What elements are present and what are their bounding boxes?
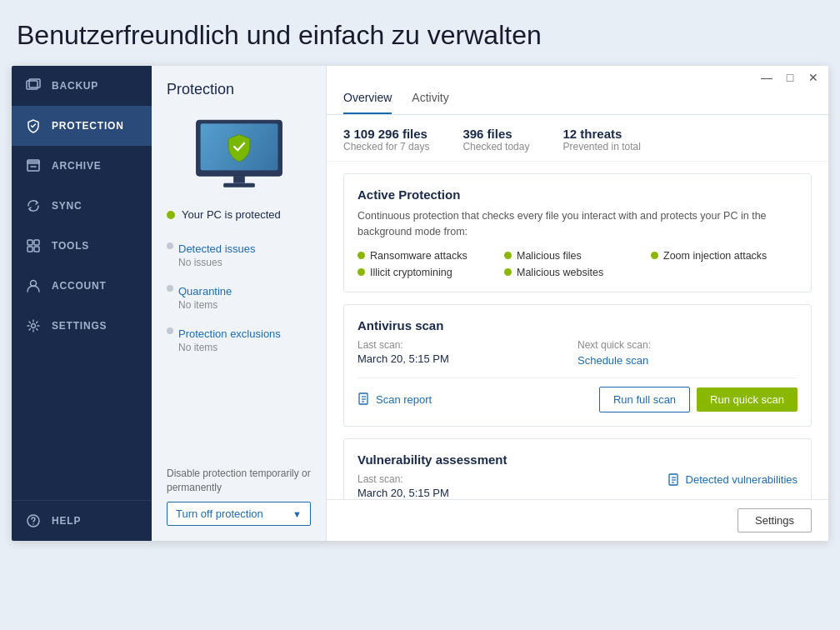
next-scan-info: Next quick scan: Schedule scan	[578, 339, 798, 368]
settings-button[interactable]: Settings	[738, 508, 812, 532]
scan-details-row: Last scan: March 20, 5:15 PM Next quick …	[358, 339, 798, 368]
minimize-button[interactable]: —	[760, 71, 773, 84]
antivirus-scan-card: Antivirus scan Last scan: March 20, 5:15…	[343, 304, 812, 427]
protection-panel-title: Protection	[152, 66, 326, 108]
sync-icon	[25, 198, 42, 214]
svg-rect-16	[233, 176, 245, 183]
feature-label-malicious-files: Malicious files	[517, 250, 582, 262]
svg-rect-8	[34, 247, 39, 252]
quarantine-value: No items	[178, 299, 232, 311]
scan-report-link[interactable]: Scan report	[358, 392, 592, 406]
sidebar-label-protection: PROTECTION	[52, 120, 124, 132]
stat-files-7days: 3 109 296 files Checked for 7 days	[343, 127, 429, 152]
stat-files-7days-value: 3 109 296 files	[343, 127, 429, 141]
close-button[interactable]: ✕	[807, 71, 820, 84]
vuln-last-scan-info: Last scan: March 20, 5:15 PM	[358, 473, 668, 499]
app-window: BACKUP PROTECTION ARCHIVE	[12, 66, 828, 541]
stat-files-today-value: 396 files	[462, 127, 529, 141]
monitor-illustration	[152, 108, 326, 203]
svg-point-12	[32, 523, 34, 525]
turn-off-chevron-icon: ▼	[292, 509, 302, 519]
feature-ransomware: Ransomware attacks	[358, 250, 504, 262]
vulnerability-details-row: Last scan: March 20, 5:15 PM D	[358, 473, 798, 499]
scan-report-text: Scan report	[376, 393, 432, 406]
detected-issues-row: Detected issues No issues	[167, 242, 311, 277]
active-protection-card: Active Protection Continuous protection …	[343, 173, 812, 292]
exclusions-content: Protection exclusions No items	[178, 328, 281, 362]
detected-issues-link[interactable]: Detected issues	[178, 242, 256, 255]
schedule-scan-link[interactable]: Schedule scan	[578, 354, 648, 367]
feature-dot-ransomware	[358, 252, 365, 259]
tab-activity[interactable]: Activity	[412, 84, 448, 114]
svg-rect-7	[28, 247, 32, 252]
feature-label-cryptomining: Illicit cryptomining	[370, 267, 452, 278]
last-scan-value: March 20, 5:15 PM	[358, 352, 578, 365]
sidebar-label-archive: ARCHIVE	[52, 160, 102, 172]
maximize-button[interactable]: □	[783, 71, 797, 84]
status-text: Your PC is protected	[182, 208, 281, 221]
backup-icon	[25, 78, 42, 94]
feature-label-malicious-websites: Malicious websites	[517, 267, 603, 278]
scan-report-icon	[358, 392, 371, 406]
turn-off-protection-button[interactable]: Turn off protection ▼	[167, 502, 311, 526]
vuln-report-icon	[668, 473, 681, 487]
detected-issues-section: Detected issues No issues Quarantine No …	[152, 234, 326, 378]
tabs-row: Overview Activity	[327, 84, 828, 115]
protection-panel: Protection	[152, 66, 327, 541]
sidebar-item-archive[interactable]: ARCHIVE	[12, 146, 152, 186]
svg-point-10	[32, 324, 36, 328]
feature-label-ransomware: Ransomware attacks	[370, 250, 468, 262]
sidebar-item-backup[interactable]: BACKUP	[12, 66, 152, 106]
sidebar-spacer	[12, 346, 152, 500]
feature-zoom-injection: Zoom injection attacks	[651, 250, 798, 262]
feature-dot-cryptomining	[358, 268, 365, 276]
sidebar-label-help: HELP	[52, 515, 81, 527]
sidebar-item-settings[interactable]: SETTINGS	[12, 306, 152, 346]
run-quick-scan-button[interactable]: Run quick scan	[697, 388, 798, 412]
sidebar-item-tools[interactable]: TOOLS	[12, 226, 152, 266]
feature-dot-malicious-websites	[504, 268, 512, 276]
vulnerability-title: Vulnerability assessment	[358, 452, 798, 467]
turn-off-area: Disable protection temporarily or perman…	[152, 455, 326, 541]
exclusions-link[interactable]: Protection exclusions	[178, 328, 281, 340]
feature-dot-malicious-files	[504, 252, 512, 259]
stat-files-7days-label: Checked for 7 days	[343, 141, 429, 152]
feature-cryptomining: Illicit cryptomining	[358, 267, 504, 278]
vulnerability-card: Vulnerability assessment Last scan: Marc…	[343, 438, 812, 500]
quarantine-dot	[167, 285, 173, 292]
quarantine-row: Quarantine No items	[167, 285, 311, 319]
exclusions-value: No items	[178, 342, 281, 353]
active-protection-desc: Continuous protection that checks every …	[358, 208, 798, 240]
turn-off-label: Disable protection temporarily or perman…	[167, 467, 311, 495]
tab-overview[interactable]: Overview	[343, 84, 392, 114]
sidebar-item-protection[interactable]: PROTECTION	[12, 106, 152, 146]
feature-malicious-websites: Malicious websites	[504, 267, 651, 278]
settings-gear-icon	[25, 318, 42, 334]
stat-threats: 12 threats Prevented in total	[562, 127, 640, 152]
quarantine-link[interactable]: Quarantine	[178, 285, 232, 298]
feature-label-zoom-injection: Zoom injection attacks	[663, 250, 767, 262]
footer-bar: Settings	[327, 499, 828, 541]
sidebar-item-account[interactable]: ACCOUNT	[12, 266, 152, 306]
run-full-scan-button[interactable]: Run full scan	[599, 387, 690, 412]
sidebar-label-account: ACCOUNT	[52, 280, 107, 292]
sidebar-label-settings: SETTINGS	[52, 320, 107, 332]
detected-vulnerabilities-link[interactable]: Detected vulnerabilities	[668, 473, 798, 487]
detected-vulnerabilities-text: Detected vulnerabilities	[686, 473, 798, 486]
main-content: — □ ✕ Overview Activity 3 109 296 files …	[327, 66, 828, 541]
antivirus-scan-title: Antivirus scan	[358, 318, 798, 332]
stat-files-today-label: Checked today	[462, 141, 529, 152]
next-scan-label: Next quick scan:	[578, 339, 798, 351]
page-heading: Benutzerfreundlich und einfach zu verwal…	[0, 0, 840, 66]
detected-issues-value: No issues	[178, 257, 256, 268]
protection-icon	[25, 118, 42, 134]
content-body: Active Protection Continuous protection …	[327, 162, 828, 499]
scan-actions: Scan report Run full scan Run quick scan	[358, 378, 798, 412]
sidebar-item-help[interactable]: HELP	[12, 500, 152, 541]
detected-issues-dot	[167, 242, 173, 249]
window-controls: — □ ✕	[327, 66, 828, 84]
svg-rect-5	[28, 240, 32, 245]
feature-malicious-files: Malicious files	[504, 250, 651, 262]
sidebar-item-sync[interactable]: SYNC	[12, 186, 152, 226]
detected-issues-content: Detected issues No issues	[178, 242, 256, 277]
